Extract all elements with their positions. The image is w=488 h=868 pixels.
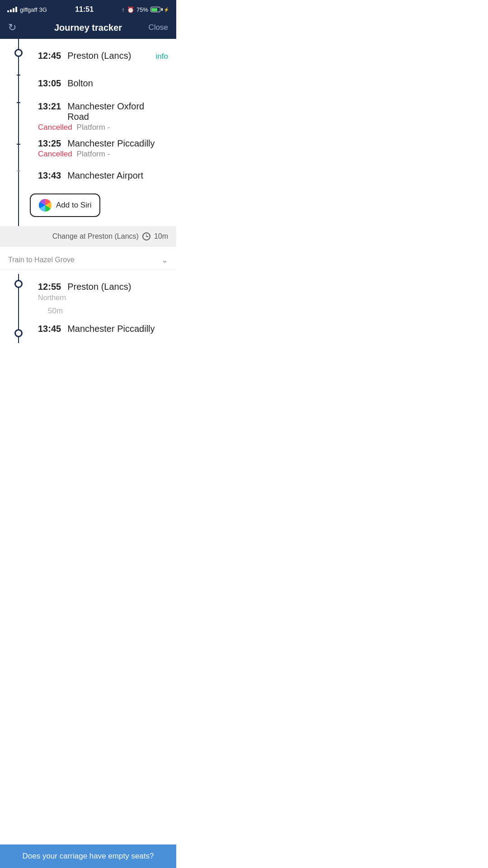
stop-content: 13:45 Manchester Piccadilly xyxy=(38,324,168,334)
stop-name: Preston (Lancs) xyxy=(67,51,131,61)
status-right: ↑ ⏰ 75% ⚡ xyxy=(122,6,169,13)
cancelled-badge: Cancelled xyxy=(38,123,72,132)
stop-time-row: 12:45 Preston (Lancs) info xyxy=(38,51,168,61)
status-left: giffgaff 3G xyxy=(7,6,47,13)
battery-body xyxy=(150,7,160,12)
stop-time: 13:25 xyxy=(38,138,61,149)
stop-time-name: 12:55 Preston (Lancs) xyxy=(38,282,131,292)
siri-button-label: Add to Siri xyxy=(56,201,91,210)
stop-time: 13:45 xyxy=(38,324,61,334)
stop-preston-lancs-1: 12:45 Preston (Lancs) info xyxy=(0,39,176,65)
train-header-title: Train to Hazel Grove xyxy=(8,256,75,264)
stop-dot-circle xyxy=(14,49,23,57)
stop-manchester-piccadilly-section2: 13:45 Manchester Piccadilly xyxy=(0,319,176,343)
stop-preston-section2: 12:55 Preston (Lancs) Northern xyxy=(0,270,176,303)
battery-tip xyxy=(161,8,163,11)
change-duration: 10m xyxy=(154,232,168,241)
page-title: Journey tracker xyxy=(54,23,122,33)
stop-dot-circle xyxy=(14,280,23,288)
stop-time: 13:21 xyxy=(38,101,61,112)
add-to-siri-button[interactable]: Add to Siri xyxy=(30,193,100,217)
battery-fill xyxy=(151,8,157,11)
stop-time: 13:43 xyxy=(38,170,61,181)
stop-time-row: 13:43 Manchester Airport xyxy=(38,170,168,181)
stop-info-link[interactable]: info xyxy=(156,52,168,61)
carrier-label: giffgaff xyxy=(20,6,38,13)
stop-time: 13:05 xyxy=(38,78,61,89)
stop-time-name: 13:05 Bolton xyxy=(38,78,93,89)
stop-content: 13:43 Manchester Airport xyxy=(38,170,168,181)
cancelled-badge: Cancelled xyxy=(38,150,72,159)
stop-content: 13:25 Manchester Piccadilly Cancelled Pl… xyxy=(38,138,168,159)
stop-tick xyxy=(17,75,20,75)
stop-bolton: 13:05 Bolton xyxy=(0,65,176,92)
stop-operator: Northern xyxy=(38,294,168,302)
stop-name: Manchester Airport xyxy=(67,170,143,181)
stop-time-name: 13:45 Manchester Piccadilly xyxy=(38,324,155,334)
stop-manchester-oxford-road: 13:21 Manchester Oxford Road Cancelled P… xyxy=(0,92,176,134)
stop-content: 12:55 Preston (Lancs) Northern xyxy=(38,282,168,302)
stop-manchester-airport: 13:43 Manchester Airport xyxy=(0,160,176,184)
platform-label: Platform - xyxy=(77,123,110,132)
stop-time-row: 13:45 Manchester Piccadilly xyxy=(38,324,168,334)
stop-time-row: 12:55 Preston (Lancs) xyxy=(38,282,168,292)
journey-section-2: Train to Hazel Grove ⌄ 12:55 Preston (La… xyxy=(0,247,176,343)
battery-indicator: ⚡ xyxy=(150,7,169,12)
stop-name: Preston (Lancs) xyxy=(67,282,131,292)
stop-name: Manchester Oxford Road xyxy=(67,101,168,122)
stop-time-name: 13:21 Manchester Oxford Road xyxy=(38,101,168,122)
journey-section-1: 12:45 Preston (Lancs) info 13:05 Bolton xyxy=(0,39,176,226)
location-icon: ↑ xyxy=(122,6,125,13)
stop-time-row: 13:25 Manchester Piccadilly xyxy=(38,138,168,149)
stop-time-row: 13:05 Bolton xyxy=(38,78,168,89)
status-bar: giffgaff 3G 11:51 ↑ ⏰ 75% ⚡ xyxy=(0,0,176,18)
battery-percent: 75% xyxy=(136,6,148,13)
charging-icon: ⚡ xyxy=(164,7,169,12)
duration-label: 50m xyxy=(0,303,176,319)
stop-content: 13:21 Manchester Oxford Road Cancelled P… xyxy=(38,101,168,132)
stop-name: Bolton xyxy=(67,78,93,89)
platform-label: Platform - xyxy=(77,150,110,159)
stop-name: Manchester Piccadilly xyxy=(67,138,155,149)
network-label: 3G xyxy=(39,6,47,13)
siri-button-wrap: Add to Siri xyxy=(0,184,176,226)
clock-icon xyxy=(142,232,150,241)
signal-bars-icon xyxy=(7,7,17,12)
stop-time-name: 12:45 Preston (Lancs) xyxy=(38,51,131,61)
stop-time-row: 13:21 Manchester Oxford Road xyxy=(38,101,168,122)
stop-sub: Cancelled Platform - xyxy=(38,150,168,159)
close-button[interactable]: Close xyxy=(149,23,168,32)
stop-tick xyxy=(17,102,20,103)
time-label: 11:51 xyxy=(75,5,94,14)
change-banner: Change at Preston (Lancs) 10m xyxy=(0,226,176,247)
stop-manchester-piccadilly-cancelled: 13:25 Manchester Piccadilly Cancelled Pl… xyxy=(0,134,176,160)
stop-time-name: 13:25 Manchester Piccadilly xyxy=(38,138,155,149)
stop-name: Manchester Piccadilly xyxy=(67,324,155,334)
stop-dot-circle xyxy=(14,329,23,337)
stop-time: 12:45 xyxy=(38,51,61,61)
train-header[interactable]: Train to Hazel Grove ⌄ xyxy=(0,247,176,270)
alarm-icon: ⏰ xyxy=(127,6,134,13)
stop-time: 12:55 xyxy=(38,282,61,292)
stop-tick xyxy=(17,144,20,145)
app-header: ↻ Journey tracker Close xyxy=(0,18,176,39)
chevron-down-icon: ⌄ xyxy=(161,255,168,265)
siri-icon xyxy=(39,199,52,212)
change-text: Change at Preston (Lancs) xyxy=(52,232,139,241)
stop-sub: Cancelled Platform - xyxy=(38,123,168,132)
stop-content: 12:45 Preston (Lancs) info xyxy=(38,51,168,61)
stop-content: 13:05 Bolton xyxy=(38,78,168,89)
stop-time-name: 13:43 Manchester Airport xyxy=(38,170,143,181)
refresh-button[interactable]: ↻ xyxy=(8,23,16,33)
